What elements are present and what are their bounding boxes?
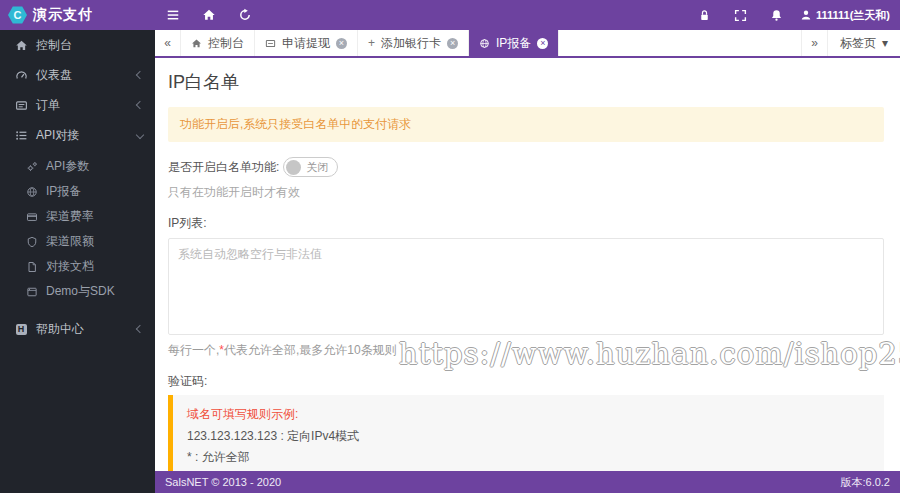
- toggle-knob: [286, 160, 301, 175]
- sidebar-item-label: 控制台: [36, 37, 143, 54]
- toggle-label: 是否开启白名单功能:: [168, 159, 279, 176]
- footer-copyright: SalsNET © 2013 - 2020: [165, 476, 281, 488]
- sidebar-item-api-params[interactable]: API参数: [0, 154, 155, 179]
- chevron-down-icon: [136, 131, 144, 139]
- chevron-left-icon: [136, 71, 144, 79]
- sidebar-item-label: 帮助中心: [36, 321, 129, 338]
- topbar-right-actions: 111111(兰天和): [686, 0, 900, 30]
- order-icon: [14, 98, 28, 112]
- user-icon: [800, 9, 812, 21]
- tab-pager-label: 标签页: [840, 35, 876, 52]
- topbar: C 演示支付 111111(兰天和): [0, 0, 900, 30]
- sidebar-item-channel-limits[interactable]: 渠道限额: [0, 229, 155, 254]
- tab-label: 申请提现: [282, 35, 330, 52]
- plus-icon: +: [368, 36, 375, 50]
- sidebar-item-docs[interactable]: 对接文档: [0, 254, 155, 279]
- tab-label: 添加银行卡: [381, 35, 441, 52]
- sidebar-item-label: IP报备: [46, 183, 143, 200]
- alert-banner: 功能开启后,系统只接受白名单中的支付请求: [168, 107, 884, 142]
- chevron-left-icon: [136, 101, 144, 109]
- whitelist-toggle-row: 是否开启白名单功能: 关闭: [168, 157, 884, 177]
- sidebar-item-api[interactable]: API对接: [0, 120, 155, 150]
- fullscreen-icon[interactable]: [722, 0, 758, 30]
- credit-card-icon: [265, 38, 276, 49]
- sidebar-item-label: 订单: [36, 97, 129, 114]
- tab-close-icon[interactable]: ×: [447, 38, 458, 49]
- sidebar: 控制台 仪表盘 订单 API对接 API参数 I: [0, 30, 155, 493]
- tab-label: 控制台: [208, 35, 244, 52]
- tab-console[interactable]: 控制台: [181, 30, 255, 56]
- tab-withdraw[interactable]: 申请提现 ×: [255, 30, 358, 56]
- rule-ipv4: 123.123.123.123 : 定向IPv4模式: [187, 426, 870, 448]
- sidebar-toggle-icon[interactable]: [155, 0, 191, 30]
- brand-logo-icon: C: [8, 6, 27, 25]
- tabbar: « 控制台 申请提现 × + 添加银行卡 × IP报备 × » 标签页 ▾: [155, 30, 900, 58]
- sidebar-item-label: 仪表盘: [36, 67, 129, 84]
- user-menu[interactable]: 111111(兰天和): [794, 8, 890, 23]
- caret-down-icon: ▾: [882, 36, 888, 50]
- tab-close-icon[interactable]: ×: [537, 38, 548, 49]
- bell-icon[interactable]: [758, 0, 794, 30]
- toggle-help-text: 只有在功能开启时才有效: [168, 184, 884, 201]
- rules-title: 域名可填写规则示例:: [187, 404, 870, 426]
- cogs-icon: [26, 161, 38, 173]
- main-content: IP白名单 功能开启后,系统只接受白名单中的支付请求 是否开启白名单功能: 关闭…: [155, 58, 900, 471]
- footer-version: 版本:6.0.2: [840, 475, 890, 490]
- rule-allow-all: * : 允许全部: [187, 447, 870, 469]
- home-icon[interactable]: [191, 0, 227, 30]
- sidebar-item-ip-whitelist[interactable]: IP报备: [0, 179, 155, 204]
- page-title: IP白名单: [168, 70, 884, 94]
- rules-example-box: 域名可填写规则示例: 123.123.123.123 : 定向IPv4模式 * …: [168, 395, 884, 471]
- sidebar-item-console[interactable]: 控制台: [0, 30, 155, 60]
- home-icon: [14, 38, 28, 52]
- iplist-label: IP列表:: [168, 215, 884, 232]
- sidebar-item-channel-rates[interactable]: 渠道费率: [0, 204, 155, 229]
- sidebar-item-label: 对接文档: [46, 258, 143, 275]
- brand[interactable]: C 演示支付: [0, 6, 155, 25]
- help-icon: H: [14, 322, 28, 336]
- list-icon: [14, 128, 28, 142]
- user-name: 111111(兰天和): [816, 8, 890, 23]
- sidebar-item-demo-sdk[interactable]: Demo与SDK: [0, 279, 155, 304]
- window-icon: [26, 286, 38, 298]
- document-icon: [26, 261, 38, 273]
- refresh-icon[interactable]: [227, 0, 263, 30]
- brand-title: 演示支付: [33, 6, 93, 24]
- sidebar-item-label: 渠道费率: [46, 208, 143, 225]
- topbar-left-actions: [155, 0, 263, 30]
- tab-close-icon[interactable]: ×: [336, 38, 347, 49]
- tabs-scroll-right-icon[interactable]: »: [801, 30, 827, 56]
- tab-label: IP报备: [496, 35, 531, 52]
- home-icon: [191, 38, 202, 49]
- tab-pager-dropdown[interactable]: 标签页 ▾: [827, 30, 900, 56]
- sidebar-item-help-center[interactable]: H 帮助中心: [0, 314, 155, 344]
- sidebar-item-label: Demo与SDK: [46, 283, 143, 300]
- sidebar-item-orders[interactable]: 订单: [0, 90, 155, 120]
- captcha-label: 验证码:: [168, 373, 884, 390]
- tab-ip-whitelist[interactable]: IP报备 ×: [469, 30, 559, 56]
- sidebar-item-label: API参数: [46, 158, 143, 175]
- lock-icon[interactable]: [686, 0, 722, 30]
- iplist-help-text: 每行一个,*代表允许全部,最多允许10条规则: [168, 342, 884, 359]
- whitelist-toggle[interactable]: 关闭: [283, 157, 338, 177]
- tabs-scroll-left-icon[interactable]: «: [155, 30, 181, 56]
- dashboard-icon: [14, 68, 28, 82]
- sidebar-item-label: API对接: [36, 127, 129, 144]
- globe-icon: [26, 186, 38, 198]
- sidebar-api-submenu: API参数 IP报备 渠道费率 渠道限额 对接文档: [0, 150, 155, 306]
- globe-icon: [479, 38, 490, 49]
- shield-icon: [26, 236, 38, 248]
- toggle-state-label: 关闭: [306, 160, 328, 175]
- tab-add-bankcard[interactable]: + 添加银行卡 ×: [358, 30, 469, 56]
- chevron-left-icon: [136, 325, 144, 333]
- footer: SalsNET © 2013 - 2020 版本:6.0.2: [155, 471, 900, 493]
- credit-card-icon: [26, 211, 38, 223]
- sidebar-item-dashboard[interactable]: 仪表盘: [0, 60, 155, 90]
- sidebar-item-label: 渠道限额: [46, 233, 143, 250]
- iplist-textarea[interactable]: [168, 238, 884, 335]
